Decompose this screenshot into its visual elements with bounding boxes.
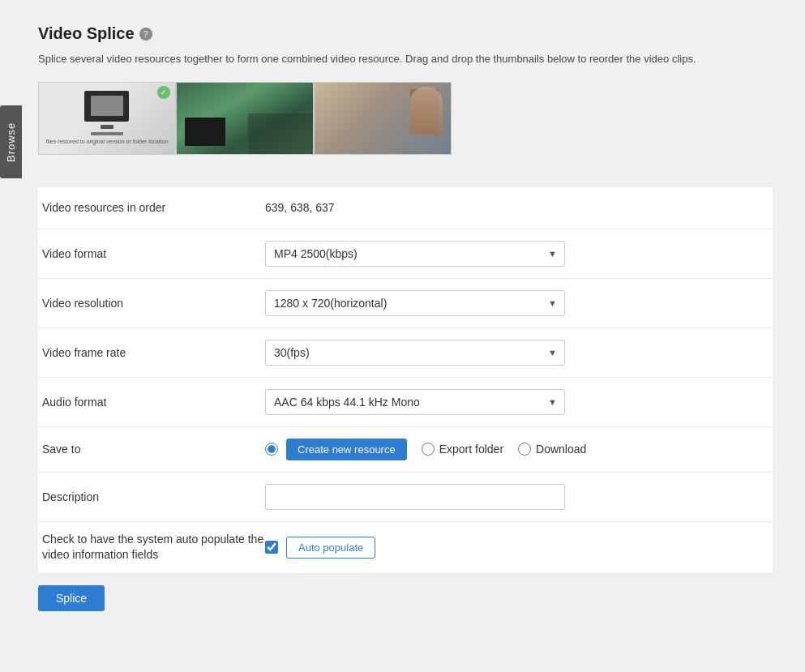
- video-format-select[interactable]: MP4 2500(kbps) MP4 1500(kbps) MP4 4000(k…: [265, 241, 565, 267]
- browse-tab[interactable]: Browse: [0, 105, 22, 178]
- page-title: Video Splice: [38, 24, 135, 43]
- video-frame-rate-row: Video frame rate 30(fps) 24(fps) 60(fps): [38, 328, 773, 378]
- auto-populate-label: Check to have the system auto populate t…: [38, 532, 265, 563]
- video-frame-rate-label: Video frame rate: [38, 346, 265, 359]
- export-folder-label: Export folder: [439, 443, 503, 456]
- video-frame-rate-select[interactable]: 30(fps) 24(fps) 60(fps): [265, 340, 565, 366]
- video-frame-rate-select-wrapper: 30(fps) 24(fps) 60(fps): [265, 340, 565, 366]
- auto-populate-button[interactable]: Auto populate: [286, 537, 375, 559]
- save-to-create-new-option[interactable]: Create new resource: [265, 439, 407, 460]
- description-label: Description: [38, 490, 265, 503]
- video-resolution-select-wrapper: 1280 x 720(horizontal) 1920 x 1080(horiz…: [265, 290, 565, 316]
- auto-populate-row: Check to have the system auto populate t…: [38, 522, 773, 574]
- auto-populate-control: Auto populate: [265, 537, 375, 559]
- audio-format-row: Audio format AAC 64 kbps 44.1 kHz Mono A…: [38, 378, 773, 427]
- video-format-label: Video format: [38, 247, 265, 260]
- description-row: Description: [38, 473, 773, 522]
- save-to-export-folder-option[interactable]: Export folder: [422, 443, 503, 456]
- video-resolution-select[interactable]: 1280 x 720(horizontal) 1920 x 1080(horiz…: [265, 290, 565, 316]
- video-format-row: Video format MP4 2500(kbps) MP4 1500(kbp…: [38, 229, 773, 279]
- save-to-radio-group: Create new resource Export folder Downlo…: [265, 439, 773, 460]
- page-description: Splice several video resources together …: [38, 51, 773, 67]
- video-resolution-label: Video resolution: [38, 297, 265, 310]
- save-to-download-radio[interactable]: [518, 443, 531, 456]
- audio-format-select[interactable]: AAC 64 kbps 44.1 kHz Mono AAC 128 kbps 4…: [265, 389, 565, 415]
- form-section: Video resources in order 639, 638, 637 V…: [38, 187, 773, 574]
- video-resolution-row: Video resolution 1280 x 720(horizontal) …: [38, 279, 773, 328]
- audio-format-select-wrapper: AAC 64 kbps 44.1 kHz Mono AAC 128 kbps 4…: [265, 389, 565, 415]
- video-resources-row: Video resources in order 639, 638, 637: [38, 187, 773, 229]
- audio-format-label: Audio format: [38, 396, 265, 409]
- thumbnail-item[interactable]: [176, 82, 314, 155]
- splice-button[interactable]: Splice: [38, 585, 105, 611]
- thumbnail-item[interactable]: files restored to original version or fo…: [38, 82, 176, 155]
- save-to-create-new-radio[interactable]: [265, 443, 278, 456]
- download-label: Download: [536, 443, 586, 456]
- thumbnail-item[interactable]: [314, 82, 452, 155]
- video-resources-value: 639, 638, 637: [265, 201, 773, 214]
- video-format-select-wrapper: MP4 2500(kbps) MP4 1500(kbps) MP4 4000(k…: [265, 241, 565, 267]
- video-resources-label: Video resources in order: [38, 201, 265, 214]
- auto-populate-checkbox[interactable]: [265, 541, 278, 554]
- save-to-label: Save to: [38, 443, 265, 456]
- create-new-resource-button[interactable]: Create new resource: [286, 439, 407, 460]
- save-to-row: Save to Create new resource Export folde…: [38, 427, 773, 473]
- description-input[interactable]: [265, 484, 565, 510]
- thumbnails-container: files restored to original version or fo…: [38, 82, 773, 163]
- save-to-download-option[interactable]: Download: [518, 443, 586, 456]
- save-to-export-folder-radio[interactable]: [422, 443, 435, 456]
- help-icon[interactable]: ?: [139, 28, 152, 41]
